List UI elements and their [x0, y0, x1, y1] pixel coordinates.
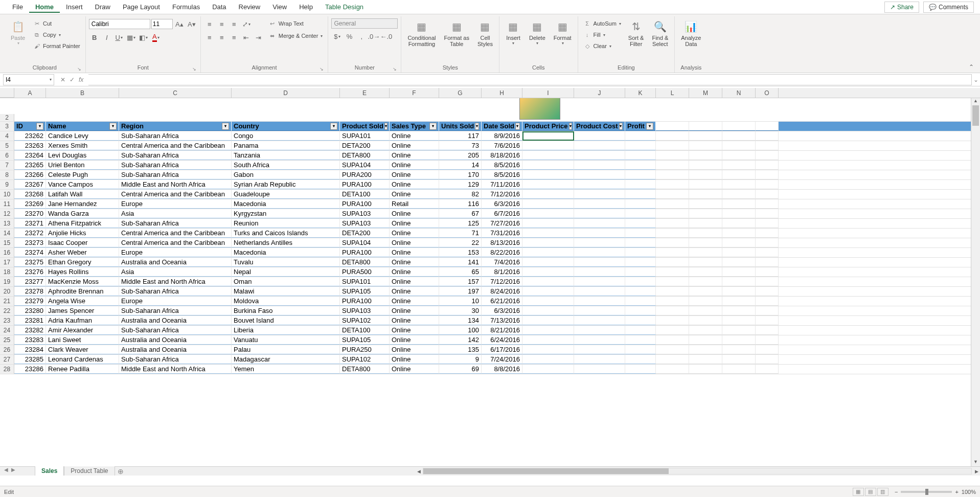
cell[interactable]: 23266 — [14, 170, 46, 179]
zoom-in-button[interactable]: + — [955, 489, 958, 495]
cell[interactable]: Uriel Benton — [46, 161, 119, 170]
cell[interactable]: 8/21/2016 — [482, 326, 522, 335]
cell[interactable]: Online — [390, 297, 439, 306]
cell[interactable] — [689, 180, 722, 189]
cell[interactable] — [756, 199, 779, 209]
cell[interactable] — [722, 219, 756, 228]
cell[interactable] — [574, 316, 625, 325]
cell[interactable]: Australia and Oceania — [119, 316, 232, 325]
decrease-decimal-button[interactable]: ←.0 — [380, 31, 392, 42]
align-middle-button[interactable]: ≡ — [216, 18, 227, 30]
table-header-cell[interactable]: Profit▾ — [625, 122, 656, 131]
table-header-cell[interactable]: Country▾ — [232, 122, 340, 131]
cell[interactable] — [756, 267, 779, 277]
collapse-ribbon-button[interactable]: ⌃ — [969, 63, 974, 71]
cell[interactable] — [574, 267, 625, 277]
column-header-M[interactable]: M — [689, 88, 722, 98]
cell[interactable] — [574, 297, 625, 306]
cell[interactable]: PURA100 — [340, 297, 390, 306]
select-all-corner[interactable] — [0, 88, 14, 98]
wrap-text-button[interactable]: ↩Wrap Text — [266, 18, 325, 29]
cell[interactable] — [756, 287, 779, 296]
cell[interactable] — [689, 258, 722, 267]
cell[interactable] — [522, 199, 574, 209]
accept-formula-button[interactable]: ✓ — [70, 76, 75, 83]
cell[interactable]: 23263 — [14, 141, 46, 150]
cell[interactable] — [574, 190, 625, 199]
cell[interactable]: 71 — [439, 229, 482, 238]
cell[interactable] — [574, 209, 625, 218]
cell[interactable] — [625, 267, 656, 277]
row-header-5[interactable]: 5 — [0, 141, 14, 150]
cell[interactable]: Leonard Cardenas — [46, 355, 119, 364]
table-header-cell[interactable]: ID▾ — [14, 122, 46, 131]
cell[interactable]: 125 — [439, 219, 482, 228]
name-box[interactable]: I4 ▾ — [3, 74, 54, 85]
cell[interactable]: Reunion — [232, 219, 340, 228]
cell[interactable]: 82 — [439, 190, 482, 199]
table-header-cell[interactable] — [689, 122, 722, 131]
cell[interactable] — [756, 170, 779, 179]
cell[interactable] — [722, 297, 756, 306]
cell[interactable]: Panama — [232, 141, 340, 150]
cell[interactable] — [656, 170, 689, 179]
format-as-table-button[interactable]: ▦Format as Table — [441, 18, 472, 48]
cell[interactable]: Middle East and North Africa — [119, 277, 232, 286]
cell[interactable]: 23277 — [14, 277, 46, 286]
cell[interactable] — [625, 209, 656, 218]
menu-formulas[interactable]: Formulas — [166, 1, 206, 13]
cell[interactable] — [689, 219, 722, 228]
cell[interactable] — [625, 141, 656, 150]
menu-home[interactable]: Home — [29, 1, 60, 13]
cell[interactable]: 134 — [439, 316, 482, 325]
cell[interactable] — [656, 161, 689, 170]
cell[interactable]: DETA100 — [340, 190, 390, 199]
cell[interactable]: Europe — [119, 297, 232, 306]
cell[interactable]: Sub-Saharan Africa — [119, 161, 232, 170]
cell[interactable]: 157 — [439, 277, 482, 286]
filter-dropdown-button[interactable]: ▾ — [569, 123, 572, 130]
paste-button[interactable]: 📋 Paste ▾ — [7, 18, 29, 47]
cell[interactable]: Middle East and North Africa — [119, 180, 232, 189]
cell[interactable] — [756, 355, 779, 364]
cell[interactable] — [722, 209, 756, 218]
cell[interactable]: Online — [390, 267, 439, 277]
cell[interactable] — [625, 258, 656, 267]
cell[interactable]: Online — [390, 258, 439, 267]
cell[interactable]: 8/18/2016 — [482, 151, 522, 160]
cell[interactable] — [689, 316, 722, 325]
cell[interactable] — [656, 229, 689, 238]
cell[interactable] — [625, 287, 656, 296]
cell[interactable]: 30 — [439, 306, 482, 315]
cell[interactable] — [756, 258, 779, 267]
cell[interactable]: Online — [390, 238, 439, 247]
cell[interactable]: Latifah Wall — [46, 190, 119, 199]
vscroll-thumb[interactable] — [972, 105, 979, 126]
formula-input[interactable] — [88, 74, 972, 85]
row-header-22[interactable]: 22 — [0, 306, 14, 315]
cell[interactable]: Online — [390, 151, 439, 160]
dialog-launcher-icon[interactable]: ↘ — [77, 66, 81, 72]
cell[interactable] — [722, 248, 756, 257]
cell[interactable] — [574, 199, 625, 209]
clipart-image[interactable] — [519, 98, 560, 120]
cell[interactable] — [756, 238, 779, 247]
cell[interactable]: Xerxes Smith — [46, 141, 119, 150]
row-header-26[interactable]: 26 — [0, 345, 14, 354]
cell[interactable]: Netherlands Antilles — [232, 238, 340, 247]
cell[interactable]: Australia and Oceania — [119, 335, 232, 345]
cell[interactable]: Online — [390, 170, 439, 179]
cell[interactable]: SUPA104 — [340, 238, 390, 247]
cell[interactable]: 23276 — [14, 267, 46, 277]
format-painter-button[interactable]: 🖌Format Painter — [31, 41, 82, 51]
clear-button[interactable]: ◇Clear▾ — [581, 41, 623, 51]
cell[interactable]: 117 — [439, 131, 482, 141]
cell[interactable] — [522, 190, 574, 199]
cell[interactable]: 23278 — [14, 287, 46, 296]
row-header-12[interactable]: 12 — [0, 209, 14, 218]
cell[interactable] — [722, 170, 756, 179]
cell[interactable]: 142 — [439, 335, 482, 345]
cell[interactable] — [756, 306, 779, 315]
column-header-L[interactable]: L — [656, 88, 689, 98]
cell[interactable]: Adria Kaufman — [46, 316, 119, 325]
